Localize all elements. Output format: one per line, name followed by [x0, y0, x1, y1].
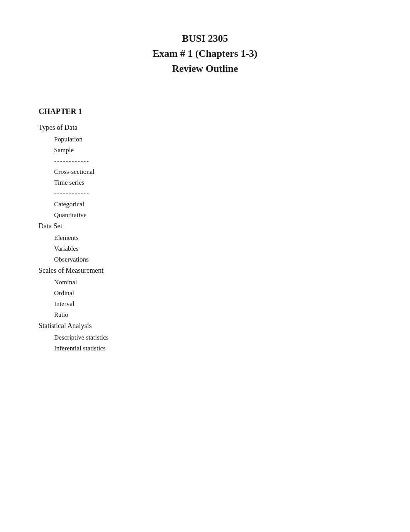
divider-1: ------------: [39, 157, 371, 165]
divider-2: ------------: [39, 190, 371, 197]
page-container: BUSI 2305 Exam # 1 (Chapters 1-3) Review…: [0, 0, 410, 386]
title-line3: Review Outline: [39, 61, 371, 76]
sub-nominal: Nominal: [39, 279, 371, 286]
sub-interval: Interval: [39, 300, 371, 308]
sub-descriptive-statistics: Descriptive statistics: [39, 334, 371, 342]
document-title: BUSI 2305 Exam # 1 (Chapters 1-3) Review…: [39, 31, 371, 76]
section-statistical-analysis: Statistical Analysis: [39, 322, 371, 330]
chapter1-heading: CHAPTER 1: [39, 107, 371, 116]
sub-time-series: Time series: [39, 179, 371, 187]
sub-population: Population: [39, 136, 371, 143]
sub-ratio: Ratio: [39, 311, 371, 319]
document-header: BUSI 2305 Exam # 1 (Chapters 1-3) Review…: [39, 31, 371, 76]
title-line2: Exam # 1 (Chapters 1-3): [39, 46, 371, 61]
sub-quantitative: Quantitative: [39, 211, 371, 219]
sub-elements: Elements: [39, 234, 371, 242]
sub-cross-sectional: Cross-sectional: [39, 168, 371, 176]
title-line1: BUSI 2305: [39, 31, 371, 46]
section-types-of-data: Types of Data: [39, 124, 371, 132]
sub-variables: Variables: [39, 245, 371, 253]
sub-sample: Sample: [39, 146, 371, 154]
sub-observations: Observations: [39, 256, 371, 263]
section-data-set: Data Set: [39, 222, 371, 230]
sub-inferential-statistics: Inferential statistics: [39, 345, 371, 352]
sub-categorical: Categorical: [39, 201, 371, 208]
section-scales-of-measurement: Scales of Measurement: [39, 267, 371, 275]
sub-ordinal: Ordinal: [39, 289, 371, 297]
chapter1-section: CHAPTER 1 Types of Data Population Sampl…: [39, 107, 371, 352]
